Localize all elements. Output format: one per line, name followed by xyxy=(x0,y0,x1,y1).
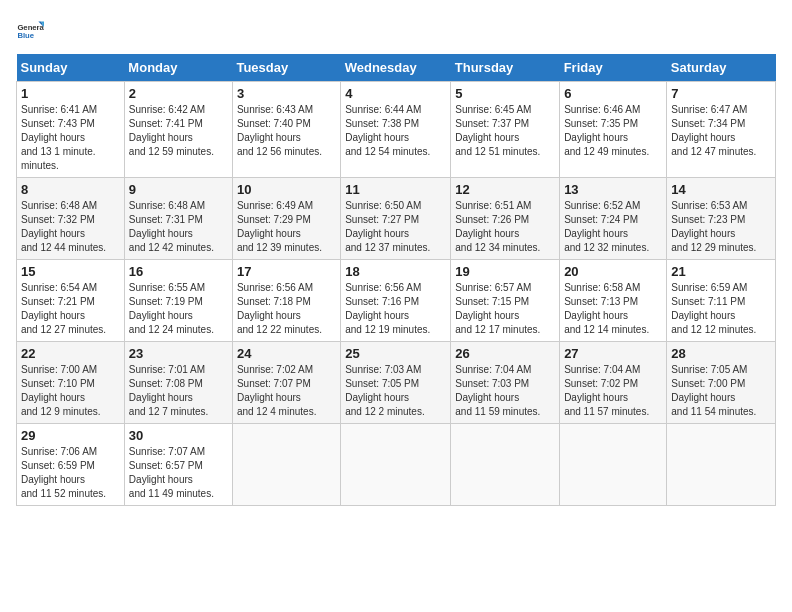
day-info: Sunrise: 6:59 AM Sunset: 7:11 PM Dayligh… xyxy=(671,281,771,337)
col-header-tuesday: Tuesday xyxy=(232,54,340,82)
logo-icon: General Blue xyxy=(16,16,44,44)
day-info: Sunrise: 6:49 AM Sunset: 7:29 PM Dayligh… xyxy=(237,199,336,255)
day-number: 11 xyxy=(345,182,446,197)
day-number: 30 xyxy=(129,428,228,443)
day-number: 9 xyxy=(129,182,228,197)
col-header-wednesday: Wednesday xyxy=(341,54,451,82)
day-number: 26 xyxy=(455,346,555,361)
day-info: Sunrise: 6:43 AM Sunset: 7:40 PM Dayligh… xyxy=(237,103,336,159)
calendar-cell: 25 Sunrise: 7:03 AM Sunset: 7:05 PM Dayl… xyxy=(341,342,451,424)
calendar-week-2: 8 Sunrise: 6:48 AM Sunset: 7:32 PM Dayli… xyxy=(17,178,776,260)
calendar-cell xyxy=(560,424,667,506)
calendar-cell: 16 Sunrise: 6:55 AM Sunset: 7:19 PM Dayl… xyxy=(124,260,232,342)
day-info: Sunrise: 7:07 AM Sunset: 6:57 PM Dayligh… xyxy=(129,445,228,501)
day-info: Sunrise: 6:46 AM Sunset: 7:35 PM Dayligh… xyxy=(564,103,662,159)
day-info: Sunrise: 7:02 AM Sunset: 7:07 PM Dayligh… xyxy=(237,363,336,419)
calendar-cell: 7 Sunrise: 6:47 AM Sunset: 7:34 PM Dayli… xyxy=(667,82,776,178)
day-info: Sunrise: 6:48 AM Sunset: 7:32 PM Dayligh… xyxy=(21,199,120,255)
day-info: Sunrise: 7:00 AM Sunset: 7:10 PM Dayligh… xyxy=(21,363,120,419)
day-info: Sunrise: 6:44 AM Sunset: 7:38 PM Dayligh… xyxy=(345,103,446,159)
calendar-cell: 28 Sunrise: 7:05 AM Sunset: 7:00 PM Dayl… xyxy=(667,342,776,424)
day-number: 5 xyxy=(455,86,555,101)
calendar-cell: 2 Sunrise: 6:42 AM Sunset: 7:41 PM Dayli… xyxy=(124,82,232,178)
day-info: Sunrise: 6:50 AM Sunset: 7:27 PM Dayligh… xyxy=(345,199,446,255)
calendar-cell: 11 Sunrise: 6:50 AM Sunset: 7:27 PM Dayl… xyxy=(341,178,451,260)
day-number: 8 xyxy=(21,182,120,197)
calendar-cell: 17 Sunrise: 6:56 AM Sunset: 7:18 PM Dayl… xyxy=(232,260,340,342)
day-info: Sunrise: 7:05 AM Sunset: 7:00 PM Dayligh… xyxy=(671,363,771,419)
day-info: Sunrise: 6:58 AM Sunset: 7:13 PM Dayligh… xyxy=(564,281,662,337)
day-info: Sunrise: 6:51 AM Sunset: 7:26 PM Dayligh… xyxy=(455,199,555,255)
day-number: 16 xyxy=(129,264,228,279)
day-number: 21 xyxy=(671,264,771,279)
calendar-cell: 24 Sunrise: 7:02 AM Sunset: 7:07 PM Dayl… xyxy=(232,342,340,424)
calendar-cell: 27 Sunrise: 7:04 AM Sunset: 7:02 PM Dayl… xyxy=(560,342,667,424)
day-number: 22 xyxy=(21,346,120,361)
calendar-cell: 22 Sunrise: 7:00 AM Sunset: 7:10 PM Dayl… xyxy=(17,342,125,424)
calendar-cell: 30 Sunrise: 7:07 AM Sunset: 6:57 PM Dayl… xyxy=(124,424,232,506)
calendar-cell: 6 Sunrise: 6:46 AM Sunset: 7:35 PM Dayli… xyxy=(560,82,667,178)
day-number: 1 xyxy=(21,86,120,101)
day-number: 17 xyxy=(237,264,336,279)
day-info: Sunrise: 6:56 AM Sunset: 7:18 PM Dayligh… xyxy=(237,281,336,337)
day-info: Sunrise: 6:55 AM Sunset: 7:19 PM Dayligh… xyxy=(129,281,228,337)
calendar-cell: 3 Sunrise: 6:43 AM Sunset: 7:40 PM Dayli… xyxy=(232,82,340,178)
day-number: 24 xyxy=(237,346,336,361)
calendar-cell xyxy=(341,424,451,506)
day-number: 2 xyxy=(129,86,228,101)
calendar-cell: 4 Sunrise: 6:44 AM Sunset: 7:38 PM Dayli… xyxy=(341,82,451,178)
day-number: 14 xyxy=(671,182,771,197)
calendar-table: SundayMondayTuesdayWednesdayThursdayFrid… xyxy=(16,54,776,506)
calendar-cell: 1 Sunrise: 6:41 AM Sunset: 7:43 PM Dayli… xyxy=(17,82,125,178)
day-number: 13 xyxy=(564,182,662,197)
calendar-cell: 15 Sunrise: 6:54 AM Sunset: 7:21 PM Dayl… xyxy=(17,260,125,342)
day-info: Sunrise: 6:48 AM Sunset: 7:31 PM Dayligh… xyxy=(129,199,228,255)
calendar-cell: 12 Sunrise: 6:51 AM Sunset: 7:26 PM Dayl… xyxy=(451,178,560,260)
day-info: Sunrise: 6:45 AM Sunset: 7:37 PM Dayligh… xyxy=(455,103,555,159)
calendar-week-3: 15 Sunrise: 6:54 AM Sunset: 7:21 PM Dayl… xyxy=(17,260,776,342)
calendar-cell: 20 Sunrise: 6:58 AM Sunset: 7:13 PM Dayl… xyxy=(560,260,667,342)
calendar-cell: 19 Sunrise: 6:57 AM Sunset: 7:15 PM Dayl… xyxy=(451,260,560,342)
calendar-cell xyxy=(667,424,776,506)
calendar-cell: 9 Sunrise: 6:48 AM Sunset: 7:31 PM Dayli… xyxy=(124,178,232,260)
calendar-cell: 14 Sunrise: 6:53 AM Sunset: 7:23 PM Dayl… xyxy=(667,178,776,260)
page-header: General Blue xyxy=(16,16,776,44)
day-info: Sunrise: 6:56 AM Sunset: 7:16 PM Dayligh… xyxy=(345,281,446,337)
calendar-cell: 18 Sunrise: 6:56 AM Sunset: 7:16 PM Dayl… xyxy=(341,260,451,342)
day-number: 7 xyxy=(671,86,771,101)
calendar-cell: 29 Sunrise: 7:06 AM Sunset: 6:59 PM Dayl… xyxy=(17,424,125,506)
day-number: 20 xyxy=(564,264,662,279)
day-info: Sunrise: 6:54 AM Sunset: 7:21 PM Dayligh… xyxy=(21,281,120,337)
calendar-cell: 10 Sunrise: 6:49 AM Sunset: 7:29 PM Dayl… xyxy=(232,178,340,260)
day-number: 29 xyxy=(21,428,120,443)
day-number: 15 xyxy=(21,264,120,279)
day-info: Sunrise: 6:57 AM Sunset: 7:15 PM Dayligh… xyxy=(455,281,555,337)
calendar-cell xyxy=(451,424,560,506)
logo: General Blue xyxy=(16,16,44,44)
svg-text:General: General xyxy=(17,23,44,32)
calendar-cell: 8 Sunrise: 6:48 AM Sunset: 7:32 PM Dayli… xyxy=(17,178,125,260)
day-number: 12 xyxy=(455,182,555,197)
calendar-cell: 23 Sunrise: 7:01 AM Sunset: 7:08 PM Dayl… xyxy=(124,342,232,424)
calendar-cell: 13 Sunrise: 6:52 AM Sunset: 7:24 PM Dayl… xyxy=(560,178,667,260)
day-info: Sunrise: 7:03 AM Sunset: 7:05 PM Dayligh… xyxy=(345,363,446,419)
day-info: Sunrise: 6:52 AM Sunset: 7:24 PM Dayligh… xyxy=(564,199,662,255)
calendar-cell xyxy=(232,424,340,506)
day-number: 3 xyxy=(237,86,336,101)
day-info: Sunrise: 7:01 AM Sunset: 7:08 PM Dayligh… xyxy=(129,363,228,419)
calendar-header: SundayMondayTuesdayWednesdayThursdayFrid… xyxy=(17,54,776,82)
day-info: Sunrise: 7:04 AM Sunset: 7:03 PM Dayligh… xyxy=(455,363,555,419)
calendar-week-4: 22 Sunrise: 7:00 AM Sunset: 7:10 PM Dayl… xyxy=(17,342,776,424)
day-info: Sunrise: 7:06 AM Sunset: 6:59 PM Dayligh… xyxy=(21,445,120,501)
day-number: 28 xyxy=(671,346,771,361)
day-number: 23 xyxy=(129,346,228,361)
day-info: Sunrise: 7:04 AM Sunset: 7:02 PM Dayligh… xyxy=(564,363,662,419)
calendar-cell: 26 Sunrise: 7:04 AM Sunset: 7:03 PM Dayl… xyxy=(451,342,560,424)
col-header-thursday: Thursday xyxy=(451,54,560,82)
col-header-friday: Friday xyxy=(560,54,667,82)
calendar-week-5: 29 Sunrise: 7:06 AM Sunset: 6:59 PM Dayl… xyxy=(17,424,776,506)
day-number: 10 xyxy=(237,182,336,197)
col-header-sunday: Sunday xyxy=(17,54,125,82)
day-number: 6 xyxy=(564,86,662,101)
col-header-saturday: Saturday xyxy=(667,54,776,82)
